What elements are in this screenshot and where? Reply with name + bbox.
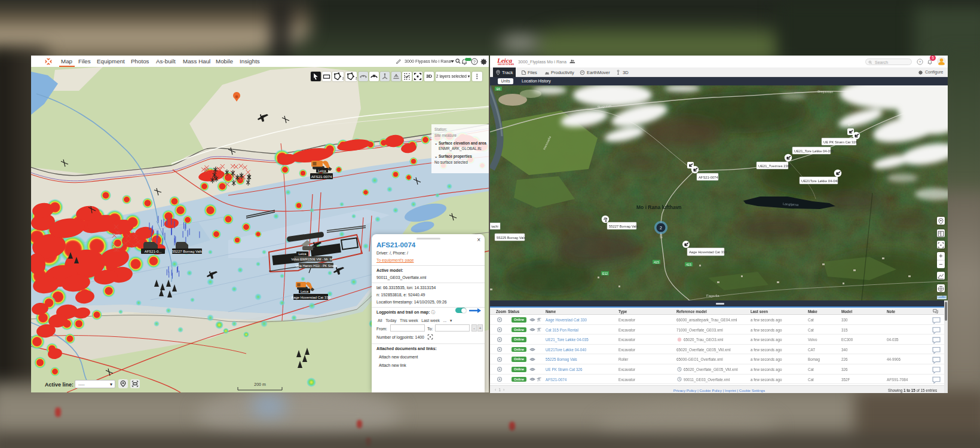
svg-text:E12: E12: [602, 272, 608, 275]
svg-text:2: 2: [660, 226, 662, 230]
svg-text:AFS21-0...: AFS21-0...: [145, 250, 162, 253]
svg-text:UE21Tore Løkke 04-040: UE21Tore Løkke 04-040: [801, 179, 839, 183]
svg-text:Leica: Leica: [318, 169, 326, 173]
svg-text:55225 Bomag Vals: 55225 Bomag Vals: [497, 236, 526, 240]
svg-text:Volvo EWR150E VM - Mr. M...: Volvo EWR150E VM - Mr. M...: [291, 257, 335, 261]
svg-text:Mo i Rana lufthavn: Mo i Rana lufthavn: [636, 204, 682, 210]
svg-text:Leica: Leica: [298, 252, 307, 256]
svg-text:Leica: Leica: [301, 290, 309, 293]
svg-text:Aage Hoverstad Cat 330: Aage Hoverstad Cat 330: [689, 250, 727, 254]
svg-text:200 m: 200 m: [254, 382, 266, 386]
svg-text:?: ?: [473, 60, 476, 64]
svg-text:AFS21-0074: AFS21-0074: [699, 176, 718, 179]
svg-text:?: ?: [919, 60, 921, 63]
svg-text:55227 Bomag Valk: 55227 Bomag Valk: [172, 250, 203, 253]
svg-text:2: 2: [342, 76, 344, 80]
svg-text:UE PK Strøm Cat 326: UE PK Strøm Cat 326: [823, 140, 858, 144]
svg-text:UE21_Tore Løkke 04-035: UE21_Tore Løkke 04-035: [794, 149, 834, 153]
svg-text:Fagerlia: Fagerlia: [706, 294, 719, 297]
svg-text:Vela Hamm H11i - PK Strøm: Vela Hamm H11i - PK Strøm: [295, 264, 337, 268]
svg-text:55227 Bomag Vals: 55227 Bomag Vals: [609, 225, 638, 228]
svg-text:415: 415: [686, 263, 691, 266]
svg-text:AFS21-0074: AFS21-0074: [311, 174, 332, 179]
svg-text:Aage Hoverstad Cat 330: Aage Hoverstad Cat 330: [291, 296, 330, 299]
svg-text:3: 3: [356, 76, 357, 80]
svg-text:415: 415: [654, 260, 659, 264]
svg-text:tachi: tachi: [491, 225, 498, 228]
svg-text:UE21_Tverrnes 2369: UE21_Tverrnes 2369: [758, 164, 791, 168]
svg-text:Skogaveien: Skogaveien: [817, 90, 834, 94]
svg-text:E6: E6: [497, 87, 500, 91]
